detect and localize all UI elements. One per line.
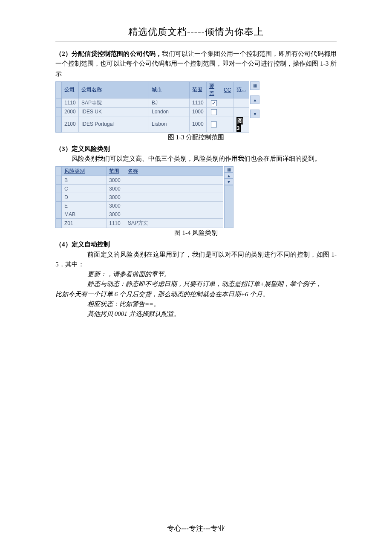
cell-fan — [234, 98, 249, 107]
cell-risk: Z01 — [62, 219, 107, 228]
table-row[interactable]: D3000 — [56, 193, 223, 202]
table2-caption: 图 1-4 风险类别 — [55, 229, 337, 237]
cell-city: Lisbon — [149, 116, 190, 132]
table1-col-fan[interactable]: 范... — [234, 81, 249, 98]
cell-name: SAP方丈 — [125, 219, 223, 228]
cell-risk: D — [62, 193, 107, 202]
checkbox-icon[interactable] — [211, 109, 217, 115]
cell-city: London — [149, 107, 190, 116]
cell-code: 2000 — [62, 107, 79, 116]
cell-fan: 图 3 — [234, 116, 249, 132]
cell-cc — [221, 116, 234, 132]
checkbox-icon[interactable] — [211, 121, 217, 127]
cell-range: 3000 — [107, 210, 125, 219]
section4-p1: 前面定义的风险类别在这里用到了，我们是可以对不同的类别进行不同的控制，如图 1-… — [55, 250, 337, 270]
table2-col-range[interactable]: 范围 — [107, 167, 125, 176]
table1-col-name[interactable]: 公司名称 — [79, 81, 149, 98]
scroll-up-icon[interactable]: ▲ — [250, 95, 259, 104]
row-handle[interactable] — [56, 193, 62, 202]
checkbox-icon[interactable]: ✓ — [211, 100, 217, 106]
cell-range: 1110 — [190, 98, 207, 107]
badge-label: 图 3 — [236, 117, 243, 132]
cell-name: SAP寺院 — [79, 98, 149, 107]
cell-range: 1000 — [190, 107, 207, 116]
section3-para: 风险类别我们可以定义高、中低三个类别，风险类别的作用我们也会在后面详细的提到。 — [55, 154, 337, 164]
cell-name — [125, 176, 223, 185]
table-row[interactable]: B3000 — [56, 176, 223, 185]
page-header-title: 精选优质文档-----倾情为你奉上 — [55, 26, 337, 38]
row-handle[interactable] — [56, 202, 62, 210]
cell-name: IDES UK — [79, 107, 149, 116]
table2-header-row: 风险类别 范围 名称 — [56, 167, 223, 176]
cell-range: 1110 — [107, 219, 125, 228]
table1-col-cc[interactable]: CC — [221, 81, 234, 98]
table-row[interactable]: C3000 — [56, 185, 223, 193]
table-row[interactable]: MAB3000 — [56, 210, 223, 219]
table2-wrap: 风险类别 范围 名称 B3000 C3000 D3000 E3000 MAB30… — [55, 166, 337, 228]
cell-city: BJ — [149, 98, 190, 107]
table1-col-cover[interactable]: 覆盖 — [207, 81, 221, 98]
cell-name: IDES Portugal — [79, 116, 149, 132]
table1-header-row: 公司 公司名称 城市 范围 覆盖 CC 范... — [56, 81, 249, 98]
row-handle[interactable] — [56, 107, 62, 116]
table1-rowhandle-header — [56, 81, 62, 98]
cell-cc — [221, 107, 234, 116]
cell-code: 1110 — [62, 98, 79, 107]
scroll-down-icon[interactable]: ▼ — [250, 110, 259, 118]
section4-p3a: 静态与动态：静态即不考虑日期，只要有订单，动态是指订单+展望期，举个例子， — [55, 279, 337, 289]
cell-risk: C — [62, 185, 107, 193]
settings-icon[interactable]: ▦ — [224, 166, 233, 173]
section4-p5: 其他拷贝 0001 并选择默认配置。 — [55, 309, 337, 319]
table-row[interactable]: 1110 SAP寺院 BJ 1110 ✓ — [56, 98, 249, 107]
cell-range: 3000 — [107, 202, 125, 210]
table1-caption: 图 1-3 分配控制范围 — [55, 133, 337, 142]
cell-fan — [234, 107, 249, 116]
cell-cover[interactable]: ✓ — [207, 98, 221, 107]
table1-col-range[interactable]: 范围 — [190, 81, 207, 98]
scroll-down-icon[interactable]: ▼ — [224, 179, 233, 185]
cell-risk: MAB — [62, 210, 107, 219]
table-row[interactable]: Z011110SAP方丈 — [56, 219, 223, 228]
row-handle[interactable] — [56, 116, 62, 132]
cell-name — [125, 210, 223, 219]
scroll-track[interactable] — [224, 185, 233, 228]
cell-name — [125, 202, 223, 210]
row-handle[interactable] — [56, 185, 62, 193]
section3-head: （3）定义风险类别 — [55, 144, 337, 154]
row-handle[interactable] — [56, 98, 62, 107]
cell-range: 3000 — [107, 193, 125, 202]
cell-range: 3000 — [107, 176, 125, 185]
table1-scrollbar: ▦ ▲ ▼ — [250, 81, 259, 133]
header-rule — [55, 41, 337, 41]
section2-head: （2）分配信贷控制范围的公司代码， — [55, 50, 162, 57]
cell-name — [125, 185, 223, 193]
cell-cover[interactable] — [207, 116, 221, 132]
cell-cc — [221, 98, 234, 107]
table1-col-city[interactable]: 城市 — [149, 81, 190, 98]
cell-cover[interactable] — [207, 107, 221, 116]
table2-rowhandle-header — [56, 167, 62, 176]
table-row[interactable]: E3000 — [56, 202, 223, 210]
table-row[interactable]: 2100 IDES Portugal Lisbon 1000 图 3 — [56, 116, 249, 132]
cell-risk: B — [62, 176, 107, 185]
row-handle[interactable] — [56, 219, 62, 228]
table2-scrollbar: ▦ ▲ ▼ — [224, 166, 233, 228]
table1-wrap: 公司 公司名称 城市 范围 覆盖 CC 范... 1110 SAP寺院 BJ 1… — [55, 81, 337, 133]
table2: 风险类别 范围 名称 B3000 C3000 D3000 E3000 MAB30… — [55, 166, 223, 228]
page-footer: 专心---专注---专业 — [55, 523, 337, 533]
scroll-up-icon[interactable]: ▲ — [224, 173, 233, 179]
table2-col-name[interactable]: 名称 — [125, 167, 223, 176]
section2-para: （2）分配信贷控制范围的公司代码，我们可以让一个集团公用一个控制范围，即所有公司… — [55, 49, 337, 79]
row-handle[interactable] — [56, 210, 62, 219]
table1: 公司 公司名称 城市 范围 覆盖 CC 范... 1110 SAP寺院 BJ 1… — [55, 81, 249, 133]
table2-col-risk[interactable]: 风险类别 — [62, 167, 107, 176]
cell-risk: E — [62, 202, 107, 210]
cell-range: 1000 — [190, 116, 207, 132]
table1-col-code[interactable]: 公司 — [62, 81, 79, 98]
cell-name — [125, 193, 223, 202]
settings-icon[interactable]: ▦ — [250, 81, 259, 90]
row-handle[interactable] — [56, 176, 62, 185]
section4-p3b: 比如今天有一个订单 6 个月后交货，那么动态的控制就会在本日期+6 个月。 — [55, 289, 337, 299]
cell-range: 3000 — [107, 185, 125, 193]
table-row[interactable]: 2000 IDES UK London 1000 — [56, 107, 249, 116]
